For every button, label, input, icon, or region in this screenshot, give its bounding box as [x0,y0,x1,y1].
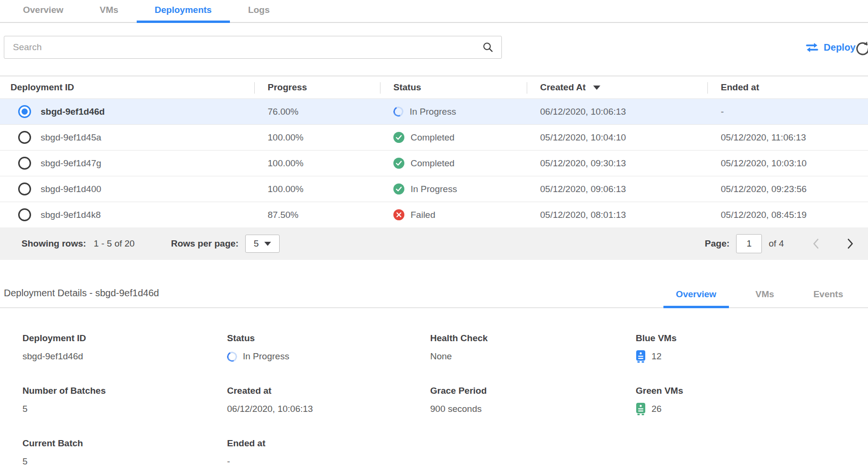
table-row[interactable]: sbgd-9ef1d45a 100.00% Completed 05/12/20… [0,124,868,150]
details-tabbar: Overview VMs Events [649,289,868,307]
row-radio[interactable] [18,157,31,170]
column-header-progress[interactable]: Progress [254,76,380,98]
created-at-value: 06/12/2020, 10:06:13 [527,107,707,117]
ended-at-value: 05/12/2020, 10:03:10 [707,158,868,169]
check-circle-icon [393,183,404,194]
progress-value: 100.00% [254,132,380,143]
column-header-ended-at[interactable]: Ended at [707,76,868,98]
table-row[interactable]: sbgd-9ef1d400 100.00% In Progress 05/12/… [0,176,868,202]
field-value: None [430,351,452,362]
status-label: In Progress [411,184,457,194]
progress-value: 100.00% [254,158,380,169]
field-label: Number of Batches [22,386,227,396]
field-label: Green VMs [636,386,868,396]
details-title: Deployment Details - sbgd-9ef1d46d [0,288,159,307]
refresh-icon[interactable] [855,41,868,58]
search-icon [482,42,501,53]
progress-value: 76.00% [254,107,380,117]
details-tab-events[interactable]: Events [801,289,856,307]
check-circle-icon [393,158,404,169]
column-header-deployment-id[interactable]: Deployment ID [0,76,254,98]
progress-value: 100.00% [254,184,380,194]
field-label: Health Check [430,333,636,344]
field-label: Current Batch [22,438,227,449]
field-label: Blue VMs [636,333,868,344]
table-row[interactable]: sbgd-9ef1d4k8 87.50% Failed 05/12/2020, … [0,202,868,227]
table-header-row: Deployment ID Progress Status Created At… [0,76,868,98]
row-radio[interactable] [18,183,31,195]
field-health-check: Health Check None [430,333,636,363]
swap-arrows-icon [805,43,819,53]
details-tab-overview[interactable]: Overview [663,289,729,307]
rows-per-page-select[interactable]: 5 [245,235,280,253]
field-number-of-batches: Number of Batches 5 [22,386,227,415]
field-ended-at: Ended at - [227,438,430,468]
field-value: - [227,456,230,467]
created-at-value: 05/12/2020, 09:30:13 [527,158,707,169]
field-label: Deployment ID [22,333,227,344]
deployments-table: Deployment ID Progress Status Created At… [0,75,868,260]
row-radio[interactable] [18,208,31,221]
sort-desc-icon [593,86,600,90]
check-circle-icon [393,132,404,143]
field-label: Status [227,333,430,344]
status-label: In Progress [410,107,456,117]
column-header-created-at[interactable]: Created At [527,76,707,98]
status-label: Completed [411,132,455,143]
table-row[interactable]: sbgd-9ef1d47g 100.00% Completed 05/12/20… [0,150,868,176]
chevron-down-icon [264,242,271,246]
deploy-button[interactable]: Deploy [805,42,856,53]
rows-per-page-value: 5 [254,238,259,249]
column-header-status[interactable]: Status [380,76,527,98]
field-value: sbgd-9ef1d46d [22,351,83,362]
field-deployment-id: Deployment ID sbgd-9ef1d46d [22,333,227,363]
field-value: 26 [651,404,662,414]
field-value: 900 seconds [430,404,482,414]
field-value: In Progress [243,351,289,362]
tab-overview[interactable]: Overview [5,0,82,22]
status-label: Completed [411,158,455,169]
ended-at-value: 05/12/2020, 11:06:13 [707,132,868,143]
showing-rows-value: 1 - 5 of 20 [94,238,135,249]
created-at-value: 05/12/2020, 08:01:13 [527,210,707,220]
table-footer: Showing rows: 1 - 5 of 20 Rows per page:… [0,227,868,260]
in-progress-spinner-icon [392,105,405,118]
field-blue-vms: Blue VMs 12 [636,333,868,363]
showing-rows-label: Showing rows: [22,238,86,249]
search-box [4,36,502,59]
table-row[interactable]: sbgd-9ef1d46d 76.00% In Progress 06/12/2… [0,98,868,124]
column-header-created-at-label: Created At [540,82,586,93]
page-input[interactable] [736,234,762,253]
deployment-id: sbgd-9ef1d47g [41,158,101,169]
search-input[interactable] [4,42,482,53]
deployment-id: sbgd-9ef1d45a [41,132,101,143]
page-label: Page: [705,238,730,249]
created-at-value: 05/12/2020, 09:06:13 [527,184,707,194]
in-progress-spinner-icon [226,350,239,363]
tab-logs[interactable]: Logs [230,0,288,22]
vm-server-icon-green [636,403,646,415]
tab-deployments[interactable]: Deployments [137,0,230,22]
created-at-value: 05/12/2020, 10:04:10 [527,132,707,143]
field-green-vms: Green VMs 26 [636,386,868,415]
tab-vms[interactable]: VMs [82,0,137,22]
deploy-button-label: Deploy [824,42,856,53]
field-value: 12 [651,351,662,362]
row-radio[interactable] [18,131,31,144]
rows-per-page-label: Rows per page: [171,238,239,249]
deployment-id: sbgd-9ef1d4k8 [41,210,101,220]
field-status: Status In Progress [227,333,430,363]
field-label: Grace Period [430,386,636,396]
row-radio-selected[interactable] [18,105,31,118]
deployment-id: sbgd-9ef1d400 [41,184,101,194]
details-tab-vms[interactable]: VMs [743,289,787,307]
ended-at-value: 05/12/2020, 09:23:56 [707,184,868,194]
field-created-at: Created at 06/12/2020, 10:06:13 [227,386,430,415]
next-page-button[interactable] [847,238,854,249]
progress-value: 87.50% [254,210,380,220]
page-total: of 4 [769,238,784,249]
field-value: 06/12/2020, 10:06:13 [227,404,313,414]
prev-page-button[interactable] [813,238,819,249]
error-circle-icon [393,209,404,220]
main-tabbar: Overview VMs Deployments Logs [0,0,868,23]
